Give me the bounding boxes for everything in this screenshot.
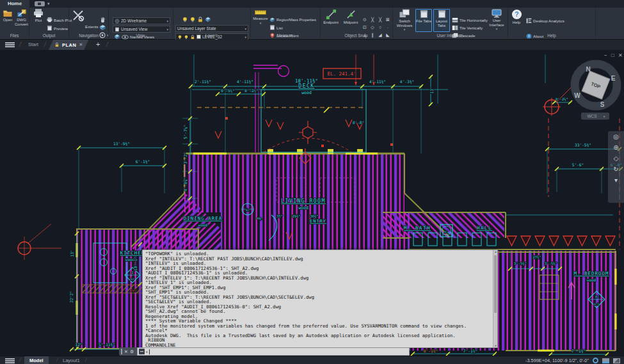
minimize-view-icon[interactable]: − (604, 52, 607, 58)
layout-menu-icon[interactable] (5, 358, 15, 363)
preview-button[interactable]: Preview (47, 26, 68, 31)
file-tabs-toggle[interactable]: File Tabs (415, 9, 432, 32)
file-tab-menu-icon[interactable] (5, 42, 15, 47)
desktop-analytics-label: Desktop Analytics (533, 19, 564, 23)
viewcube-west[interactable]: W (574, 92, 580, 99)
list-button[interactable]: List (269, 25, 283, 30)
clean-screen-icon[interactable] (613, 358, 620, 363)
autocad-window: ? i Home ▾ Open DWG Convert Files (0, 0, 624, 364)
orbit-button[interactable] (99, 24, 106, 31)
dim-label: 5'-7¼" (183, 125, 188, 139)
room-label: ENTRY (310, 219, 326, 224)
navbar-more-icon[interactable]: ▾ (614, 177, 618, 184)
scroll-down-icon[interactable]: ▼ (493, 344, 498, 347)
endpoint-label: Endpoint (323, 20, 339, 25)
dim-label: 12" (75, 342, 82, 347)
visual-style-value: 2D Wireframe (121, 19, 147, 23)
command-window[interactable]: "TOPOWORK" is unloaded.Xref "INTELEV": T… (142, 249, 498, 348)
osnap-icon[interactable]: ╳ (376, 16, 384, 24)
help-label: Help (513, 20, 520, 25)
osnap-icon[interactable]: ◇ (369, 24, 376, 31)
steering-wheel-icon[interactable]: ◎ (613, 134, 619, 140)
layout-tabs-toggle[interactable]: Layout Tabs (433, 9, 450, 32)
midpoint-button[interactable]: Midpoint (341, 9, 360, 32)
tab-plan[interactable]: PLAN ✕ (49, 40, 88, 50)
tile-vertically-button[interactable]: Tile Vertically (452, 25, 483, 31)
help-button[interactable]: Help (509, 9, 524, 32)
panel-label-output: Output (29, 33, 68, 39)
motion-icon[interactable]: ↻ (613, 166, 618, 173)
orbit-icon[interactable]: ◇ (614, 155, 619, 162)
preview-label: Preview (54, 26, 68, 31)
scrollbar-thumb[interactable] (494, 255, 497, 313)
panel-label-layers: Layers (173, 33, 250, 39)
tile-horizontally-button[interactable]: Tile Horizontally (452, 17, 488, 23)
osnap-icon[interactable]: ∙ (384, 24, 392, 31)
dwg-convert-label: DWG Convert (15, 18, 28, 26)
grip-handle[interactable] (121, 349, 122, 354)
plot-button[interactable]: Plot (31, 9, 45, 32)
layer-state-dropdown[interactable]: Unsaved Layer State▾ (175, 25, 248, 32)
dim-label: 0'-2½" (244, 88, 259, 93)
customize-command-icon[interactable]: ⚙ (130, 347, 134, 356)
layer-properties-icon (205, 17, 211, 22)
ribbon-options-button[interactable] (35, 1, 45, 6)
osnap-icon[interactable]: ⊙ (361, 16, 369, 24)
question-icon (511, 9, 522, 20)
osnap-icon[interactable]: ⊡ (361, 24, 369, 31)
dim-label: 0'-5¼" (221, 88, 235, 93)
tab-close-icon[interactable]: ✕ (79, 42, 83, 47)
layer-tools-row[interactable] (182, 17, 211, 22)
endpoint-button[interactable]: Endpoint (321, 9, 340, 32)
command-options-caret-icon[interactable]: ▾ (146, 350, 148, 354)
file-tabs-label: File Tabs (416, 19, 431, 24)
visual-style-dropdown[interactable]: 2D Wireframe▾ (113, 17, 170, 24)
dim-label: 7'-1½" (463, 349, 477, 353)
switch-windows-icon (399, 9, 410, 19)
dim-label: 2'-11¾" (195, 79, 211, 84)
osnap-icon[interactable]: ⊠ (384, 16, 392, 24)
user-interface-button[interactable]: User Interface▾ (486, 9, 507, 32)
command-history: "TOPOWORK" is unloaded.Xref "INTELEV": T… (143, 250, 493, 347)
dim-label: 3'-2" (183, 152, 188, 164)
tab-layout1[interactable]: Layout1 (59, 356, 84, 364)
zoom-icon[interactable]: ⊕ (613, 145, 618, 151)
dim-label: 11' (429, 86, 434, 93)
pan-button[interactable] (99, 17, 106, 23)
callout-label: A7 (444, 230, 448, 233)
ribbon-collapse-caret-icon[interactable]: ▾ (47, 0, 50, 8)
viewcube-east[interactable]: E (611, 75, 616, 82)
region-mass-button[interactable]: Region/Mass Properties (269, 17, 316, 22)
panel-label-measure: Measure (251, 33, 319, 39)
command-line-grip[interactable]: ✕ ⚙ (119, 347, 137, 356)
tile-vertical-icon (452, 25, 458, 31)
close-view-icon[interactable]: ✕ (618, 52, 623, 58)
measure-button[interactable]: Measure ▾ (252, 9, 269, 32)
tab-model[interactable]: Model (24, 356, 49, 364)
osnap-icon[interactable]: ○ (376, 24, 384, 31)
dim-label: eq. (257, 216, 263, 221)
viewcube-south[interactable]: S (600, 101, 605, 108)
command-scrollbar[interactable]: ▲ ▼ (493, 250, 497, 347)
dim-label: 5'-6" (572, 162, 584, 167)
tab-home[interactable]: Home (0, 0, 29, 8)
layer-lock-icon (197, 17, 204, 22)
desktop-analytics-button[interactable]: Desktop Analytics (526, 18, 564, 24)
view-state-dropdown[interactable]: Unsaved View▾ (113, 26, 170, 33)
tab-start[interactable]: Start (24, 40, 42, 50)
list-label: List (276, 26, 283, 30)
osnap-icon[interactable]: ╳ (369, 16, 376, 24)
zoom-extents-button[interactable] (71, 9, 85, 32)
new-tab-button[interactable]: + (96, 40, 100, 48)
scroll-up-icon[interactable]: ▲ (493, 250, 498, 253)
dwg-convert-button[interactable]: DWG Convert (15, 9, 28, 32)
switch-windows-button[interactable]: Switch Windows▾ (394, 9, 415, 32)
navigation-bar[interactable]: ◎ ⊕ ◇ ↻ ▾ (608, 131, 624, 203)
command-input[interactable]: ▾ (137, 347, 410, 356)
plot-label: Plot (35, 19, 42, 23)
plot-status-icon[interactable] (602, 358, 609, 363)
open-button[interactable]: Open (1, 9, 14, 32)
restore-view-icon[interactable]: □ (611, 52, 614, 58)
close-command-icon[interactable]: ✕ (124, 347, 128, 356)
hardware-acceleration-icon[interactable] (593, 358, 598, 363)
